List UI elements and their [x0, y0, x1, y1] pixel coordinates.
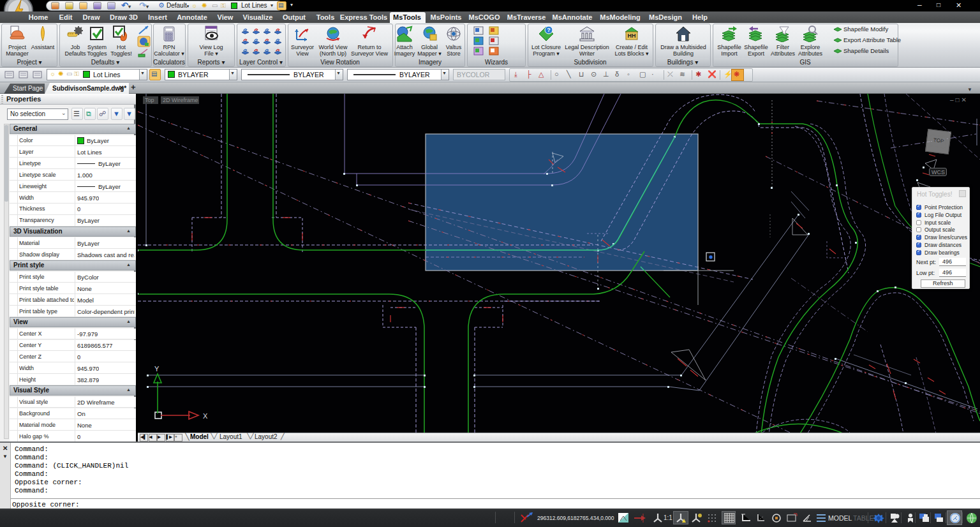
- svg-text:HH: HH: [628, 33, 636, 39]
- svg-text:Y: Y: [154, 365, 160, 373]
- svg-text:X: X: [203, 412, 208, 420]
- svg-text:?: ?: [547, 27, 551, 33]
